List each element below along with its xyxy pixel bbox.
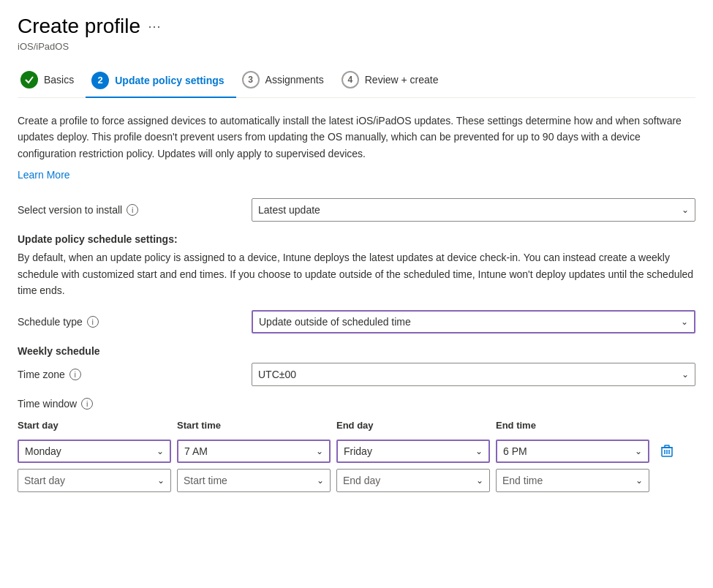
schedule-type-value: Update outside of scheduled time xyxy=(259,316,411,328)
timezone-chevron-icon: ⌄ xyxy=(682,369,689,380)
schedule-type-label: Schedule type i xyxy=(18,316,252,328)
row1-end-time-chevron: ⌄ xyxy=(635,446,642,456)
schedule-type-chevron-icon: ⌄ xyxy=(681,317,688,327)
row1-start-day-chevron: ⌄ xyxy=(156,446,164,456)
ellipsis-menu[interactable]: ⋯ xyxy=(148,18,162,34)
timezone-dropdown[interactable]: UTC±00 ⌄ xyxy=(252,363,695,386)
page-title: Create profile xyxy=(18,15,140,38)
step-label-basics: Basics xyxy=(44,74,74,86)
row2-start-day-value: Start day xyxy=(24,475,65,486)
step-basics[interactable]: Basics xyxy=(18,64,86,97)
version-dropdown[interactable]: Latest update ⌄ xyxy=(252,198,695,222)
row1-end-day-chevron: ⌄ xyxy=(475,446,483,456)
col-header-start-day: Start day xyxy=(18,420,171,434)
step-assignments[interactable]: 3 Assignments xyxy=(236,64,336,97)
version-chevron-icon: ⌄ xyxy=(682,205,689,215)
time-window-grid: Start day Start time End day End time Mo… xyxy=(18,420,695,492)
schedule-heading: Update policy schedule settings: xyxy=(18,233,695,245)
row1-start-time-dropdown[interactable]: 7 AM ⌄ xyxy=(177,440,331,463)
svg-rect-5 xyxy=(665,445,669,448)
step-update-policy[interactable]: 2 Update policy settings xyxy=(86,64,235,98)
timezone-value: UTC±00 xyxy=(258,369,296,380)
row2-end-time-dropdown[interactable]: End time ⌄ xyxy=(496,469,649,492)
row2-end-time-value: End time xyxy=(502,475,543,486)
schedule-description: By default, when an update policy is ass… xyxy=(18,249,695,298)
row2-end-day-chevron: ⌄ xyxy=(476,475,483,486)
row1-end-time-value: 6 PM xyxy=(503,445,527,457)
step-circle-update-policy: 2 xyxy=(91,72,109,89)
row1-delete-button[interactable] xyxy=(655,440,679,463)
timezone-row: Time zone i UTC±00 ⌄ xyxy=(18,363,695,386)
row2-start-time-dropdown[interactable]: Start time ⌄ xyxy=(177,469,331,492)
schedule-type-dropdown[interactable]: Update outside of scheduled time ⌄ xyxy=(252,310,695,333)
timezone-info-icon[interactable]: i xyxy=(69,369,81,380)
row1-end-time-dropdown[interactable]: 6 PM ⌄ xyxy=(496,440,649,463)
row2-start-day-dropdown[interactable]: Start day ⌄ xyxy=(18,469,171,492)
step-circle-review-create: 4 xyxy=(342,71,359,88)
row1-start-day-dropdown[interactable]: Monday ⌄ xyxy=(18,440,171,463)
step-label-review-create: Review + create xyxy=(365,74,439,86)
col-header-end-day: End day xyxy=(336,420,490,434)
step-circle-assignments: 3 xyxy=(242,71,260,88)
row2-end-day-value: End day xyxy=(343,475,380,486)
col-header-end-time: End time xyxy=(496,420,649,434)
step-circle-basics xyxy=(20,71,38,88)
col-header-start-time: Start time xyxy=(177,420,331,434)
step-review-create[interactable]: 4 Review + create xyxy=(336,64,450,97)
description-text: Create a profile to force assigned devic… xyxy=(18,113,695,162)
weekly-schedule-label: Weekly schedule xyxy=(18,345,695,357)
version-dropdown-value: Latest update xyxy=(258,204,320,216)
version-row: Select version to install i Latest updat… xyxy=(18,198,695,222)
version-info-icon[interactable]: i xyxy=(127,204,138,216)
row1-end-day-value: Friday xyxy=(344,445,372,457)
row2-start-time-value: Start time xyxy=(184,475,227,486)
step-label-update-policy: Update policy settings xyxy=(115,75,224,86)
version-label: Select version to install i xyxy=(18,204,252,216)
row2-end-time-chevron: ⌄ xyxy=(635,475,643,486)
step-label-assignments: Assignments xyxy=(265,74,324,86)
row2-end-day-dropdown[interactable]: End day ⌄ xyxy=(336,469,490,492)
row1-end-day-dropdown[interactable]: Friday ⌄ xyxy=(336,440,490,463)
page-subtitle: iOS/iPadOS xyxy=(18,41,695,52)
schedule-type-row: Schedule type i Update outside of schedu… xyxy=(18,310,695,333)
row1-start-time-value: 7 AM xyxy=(184,445,208,457)
row2-start-day-chevron: ⌄ xyxy=(157,475,165,486)
wizard-steps: Basics 2 Update policy settings 3 Assign… xyxy=(18,64,695,98)
row1-start-day-value: Monday xyxy=(25,445,61,457)
row1-start-time-chevron: ⌄ xyxy=(316,446,323,456)
timezone-label: Time zone i xyxy=(18,369,252,380)
time-window-info-icon[interactable]: i xyxy=(81,398,93,410)
row2-start-time-chevron: ⌄ xyxy=(317,475,324,486)
row2-delete-placeholder xyxy=(655,469,679,492)
learn-more-link[interactable]: Learn More xyxy=(18,169,70,181)
schedule-type-info-icon[interactable]: i xyxy=(87,316,99,328)
time-window-label: Time window i xyxy=(18,398,695,410)
